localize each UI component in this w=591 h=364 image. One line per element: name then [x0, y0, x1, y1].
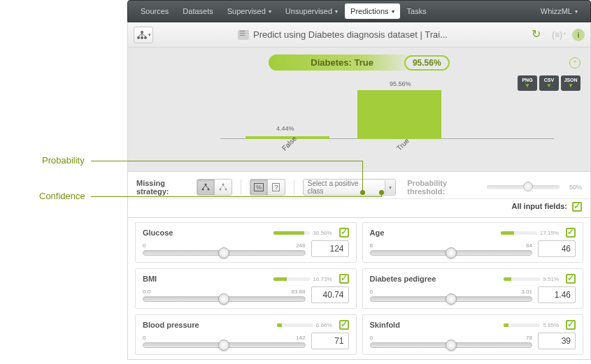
field-max: 248 — [296, 242, 305, 249]
field-min: 0 — [370, 335, 373, 341]
field-max: 84 — [526, 242, 532, 249]
missing-strategy-label: Missing strategy: — [136, 179, 191, 196]
field-min: 0 — [143, 335, 145, 341]
field-name: BMI — [143, 275, 157, 283]
importance-bar — [277, 323, 313, 327]
nav-whizzml[interactable]: WhizzML▾ — [534, 0, 585, 22]
field-card-bmi: BMI16.73%0.083.88 — [135, 268, 357, 309]
importance-bar — [273, 277, 310, 281]
top-nav: SourcesDatasetsSupervised▾Unsupervised▾P… — [127, 0, 591, 22]
missing-strategy-toggle — [197, 179, 232, 196]
reload-icon[interactable]: ↻ — [532, 27, 547, 43]
field-slider[interactable] — [143, 296, 306, 302]
nav-unsupervised[interactable]: Unsupervised▾ — [278, 0, 345, 22]
prediction-pill: Diabetes: True — [269, 54, 415, 71]
field-max: 3.01 — [521, 289, 532, 295]
tree-view-icon[interactable]: ▾ — [134, 27, 153, 43]
nav-predictions[interactable]: Predictions▾ — [345, 3, 399, 19]
annotation-confidence: Confidence — [39, 191, 85, 201]
field-enable-checkbox[interactable] — [566, 320, 576, 330]
importance-value: 9.51% — [543, 276, 559, 282]
field-card-blood-pressure: Blood pressure6.66%0142 — [135, 314, 357, 355]
field-slider[interactable] — [370, 342, 533, 348]
svg-point-3 — [144, 36, 147, 39]
field-slider[interactable] — [370, 296, 533, 302]
field-slider[interactable] — [143, 250, 306, 256]
confidence-btn[interactable]: ? — [267, 179, 285, 196]
svg-point-2 — [141, 36, 143, 39]
all-inputs-row: All input fields: — [127, 199, 591, 218]
importance-value: 5.85% — [543, 322, 559, 328]
nav-supervised[interactable]: Supervised▾ — [220, 0, 278, 22]
threshold-value: 50% — [569, 184, 582, 191]
importance-value: 17.15% — [540, 230, 559, 236]
field-card-age: Age17.15%884 — [362, 222, 584, 263]
probability-confidence-toggle: % ? — [250, 179, 285, 196]
page-title: Predict using Diabetes diagnosis dataset… — [156, 29, 529, 41]
formula-icon[interactable]: (≡)⁺ — [552, 30, 567, 40]
field-enable-checkbox[interactable] — [339, 320, 349, 330]
svg-point-1 — [137, 36, 140, 39]
field-value-input[interactable] — [538, 240, 576, 257]
all-inputs-checkbox[interactable] — [572, 202, 582, 212]
positive-class-select[interactable]: Select a positive class▾ — [303, 179, 396, 196]
field-value-input[interactable] — [538, 286, 576, 303]
importance-value: 38.56% — [313, 230, 332, 236]
missing-last-btn[interactable] — [197, 179, 215, 196]
importance-bar — [504, 323, 540, 327]
field-enable-checkbox[interactable] — [339, 274, 349, 284]
field-enable-checkbox[interactable] — [566, 274, 576, 284]
field-name: Age — [370, 228, 385, 237]
importance-bar — [504, 277, 540, 281]
field-card-skinfold: Skinfold5.85%078 — [362, 314, 584, 355]
info-icon[interactable]: i — [572, 29, 585, 41]
field-name: Glucose — [143, 228, 173, 237]
bar-pct-false: 4.44% — [276, 125, 294, 132]
field-enable-checkbox[interactable] — [566, 228, 576, 238]
field-name: Blood pressure — [143, 321, 199, 329]
list-icon — [238, 30, 249, 40]
field-enable-checkbox[interactable] — [339, 228, 349, 238]
field-max: 142 — [296, 335, 305, 341]
field-min: 8 — [370, 242, 373, 249]
field-min: 0.0 — [143, 289, 150, 295]
nav-tasks[interactable]: Tasks — [400, 0, 434, 22]
bar-pct-true: 95.56% — [390, 80, 411, 87]
field-max: 78 — [526, 335, 532, 341]
nav-sources[interactable]: Sources — [134, 0, 176, 22]
importance-bar — [501, 231, 537, 235]
annotation-probability: Probability — [42, 155, 85, 166]
field-value-input[interactable] — [311, 240, 349, 257]
bar-chart: 4.44% 95.56% False True — [136, 76, 582, 153]
probability-btn[interactable]: % — [250, 179, 268, 196]
threshold-label: Probability threshold: — [407, 179, 476, 196]
field-name: Skinfold — [370, 321, 400, 329]
external-annotations: Probability Confidence — [0, 0, 127, 364]
prediction-pct: 95.56% — [404, 55, 450, 71]
field-max: 83.88 — [291, 289, 305, 295]
controls-bar: Missing strategy: % ? Select a positive … — [127, 172, 591, 199]
collapse-icon[interactable]: ⌃ — [569, 57, 581, 68]
svg-point-0 — [141, 31, 143, 34]
field-min: 0 — [143, 242, 145, 249]
threshold-slider[interactable] — [487, 185, 560, 189]
input-fields-grid: Glucose38.56%0248Age17.15%884BMI16.73%0.… — [127, 218, 591, 360]
field-value-input[interactable] — [311, 286, 349, 303]
field-value-input[interactable] — [538, 333, 576, 349]
field-value-input[interactable] — [311, 333, 349, 349]
field-card-glucose: Glucose38.56%0248 — [135, 222, 357, 263]
importance-value: 16.73% — [313, 276, 332, 282]
importance-value: 6.66% — [316, 322, 332, 328]
missing-proportional-btn[interactable] — [214, 179, 232, 196]
page-toolbar: ▾ Predict using Diabetes diagnosis datas… — [127, 22, 591, 48]
bar-label-true: True — [395, 137, 411, 152]
importance-bar — [273, 231, 310, 235]
field-slider[interactable] — [143, 342, 306, 348]
chart-panel: Diabetes: True 95.56% ⌃ PNG▼CSV▼JSON▼ 4.… — [127, 48, 591, 172]
field-slider[interactable] — [370, 250, 533, 256]
nav-datasets[interactable]: Datasets — [176, 0, 220, 22]
field-name: Diabetes pedigree — [370, 275, 436, 283]
field-min: 0 — [370, 289, 373, 295]
field-card-diabetes-pedigree: Diabetes pedigree9.51%03.01 — [362, 268, 584, 309]
